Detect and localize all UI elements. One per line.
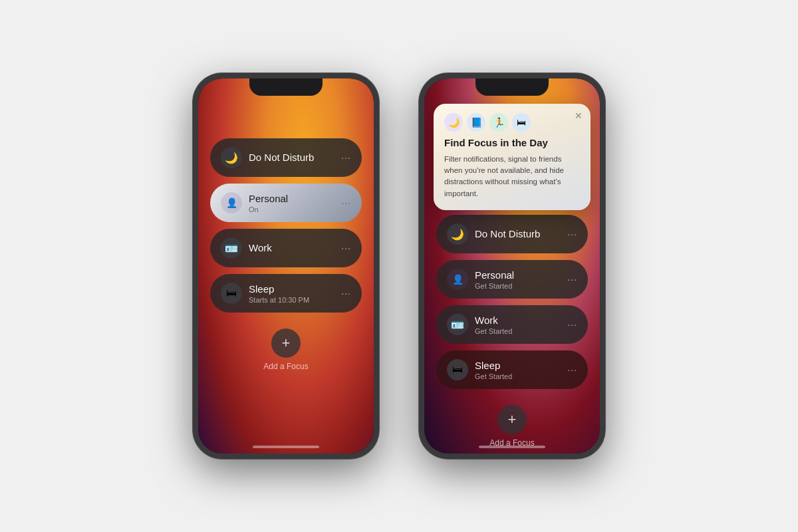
sleep-name-2: Sleep [475, 360, 567, 372]
phone-1-content: 🌙 Do Not Disturb ··· 👤 Personal On [198, 78, 374, 454]
focus-item-personal-2[interactable]: 👤 Personal Get Started ··· [436, 260, 588, 299]
work-text-1: Work [249, 242, 341, 254]
phone-1: 🌙 Do Not Disturb ··· 👤 Personal On [193, 73, 379, 459]
popup-description: Filter notifications, signal to friends … [444, 154, 580, 200]
personal-dots-2[interactable]: ··· [567, 274, 577, 285]
sleep-subtitle-1: Starts at 10:30 PM [249, 296, 341, 304]
work-icon-1: 🪪 [221, 237, 242, 259]
phone-2-frame: ✕ 🌙 📘 🏃 🛏 Find Focus in the Day Filter n… [419, 73, 605, 459]
add-focus-button-2[interactable]: + [497, 405, 527, 434]
phone-1-notch [249, 78, 323, 96]
sleep-dots-1[interactable]: ··· [341, 288, 351, 299]
sleep-text-1: Sleep Starts at 10:30 PM [249, 283, 341, 304]
work-dots-1[interactable]: ··· [341, 243, 351, 253]
add-focus-2: + Add a Focus [489, 405, 534, 448]
personal-subtitle-1: On [249, 205, 341, 213]
dnd-icon-1: 🌙 [221, 147, 242, 168]
work-name-2: Work [475, 315, 567, 327]
sleep-text-2: Sleep Get Started [475, 360, 567, 380]
focus-item-sleep-1[interactable]: 🛏 Sleep Starts at 10:30 PM ··· [210, 274, 362, 313]
personal-subtitle-2: Get Started [475, 282, 567, 290]
personal-name-1: Personal [249, 193, 341, 205]
focus-item-sleep-2[interactable]: 🛏 Sleep Get Started ··· [436, 350, 588, 389]
sleep-icon-1: 🛏 [221, 283, 242, 304]
work-dots-2[interactable]: ··· [567, 319, 577, 330]
add-focus-1: + Add a Focus [263, 329, 308, 371]
phone-2-home-indicator [479, 446, 545, 448]
focus-item-personal-1[interactable]: 👤 Personal On ··· [210, 184, 362, 222]
phone-1-frame: 🌙 Do Not Disturb ··· 👤 Personal On [193, 73, 379, 459]
personal-icon-1: 👤 [221, 192, 242, 213]
sleep-subtitle-2: Get Started [475, 372, 567, 380]
dnd-dots-1[interactable]: ··· [341, 152, 351, 163]
focus-item-work-1[interactable]: 🪪 Work ··· [210, 229, 362, 267]
popup-icons: 🌙 📘 🏃 🛏 [444, 113, 580, 132]
personal-text-1: Personal On [249, 193, 341, 213]
sleep-dots-2[interactable]: ··· [567, 364, 577, 375]
popup-icon-book: 📘 [467, 113, 485, 132]
dnd-text-2: Do Not Disturb [475, 228, 567, 240]
dnd-text-1: Do Not Disturb [249, 152, 341, 164]
popup-close-button[interactable]: ✕ [575, 110, 583, 121]
personal-text-2: Personal Get Started [475, 269, 567, 290]
focus-popup: ✕ 🌙 📘 🏃 🛏 Find Focus in the Day Filter n… [434, 104, 591, 210]
sleep-icon-2: 🛏 [447, 359, 468, 380]
work-text-2: Work Get Started [475, 315, 567, 335]
phone-2-focus-list: 🌙 Do Not Disturb ··· 👤 Personal Get Star… [424, 215, 600, 389]
popup-icon-bed: 🛏 [512, 113, 531, 132]
add-focus-button-1[interactable]: + [271, 329, 301, 358]
personal-name-2: Personal [475, 269, 567, 281]
focus-item-dnd-1[interactable]: 🌙 Do Not Disturb ··· [210, 138, 362, 177]
phone-1-screen: 🌙 Do Not Disturb ··· 👤 Personal On [198, 78, 374, 454]
dnd-name-1: Do Not Disturb [249, 152, 341, 164]
phone-2-screen: ✕ 🌙 📘 🏃 🛏 Find Focus in the Day Filter n… [424, 78, 600, 454]
popup-icon-run: 🏃 [489, 113, 508, 132]
work-subtitle-2: Get Started [475, 327, 567, 335]
sleep-name-1: Sleep [249, 283, 341, 295]
phone-1-focus-list: 🌙 Do Not Disturb ··· 👤 Personal On [198, 138, 374, 313]
dnd-icon-2: 🌙 [447, 223, 468, 245]
phone-2-notch [475, 78, 549, 96]
work-icon-2: 🪪 [447, 314, 468, 335]
popup-icon-moon: 🌙 [444, 113, 463, 132]
phone-2: ✕ 🌙 📘 🏃 🛏 Find Focus in the Day Filter n… [419, 73, 605, 459]
add-focus-label-1: Add a Focus [263, 362, 308, 371]
focus-item-work-2[interactable]: 🪪 Work Get Started ··· [436, 305, 588, 344]
phone-1-home-indicator [253, 446, 319, 448]
popup-title: Find Focus in the Day [444, 137, 580, 150]
personal-icon-2: 👤 [447, 269, 468, 290]
dnd-dots-2[interactable]: ··· [567, 229, 577, 239]
personal-dots-1[interactable]: ··· [341, 198, 351, 208]
focus-item-dnd-2[interactable]: 🌙 Do Not Disturb ··· [436, 215, 588, 253]
dnd-name-2: Do Not Disturb [475, 228, 567, 240]
work-name-1: Work [249, 242, 341, 254]
